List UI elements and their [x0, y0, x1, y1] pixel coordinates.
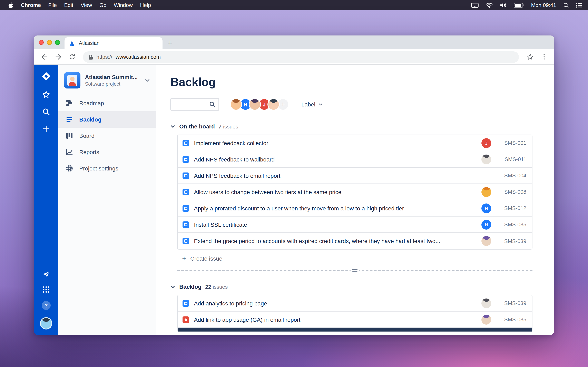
help-icon[interactable]: ?	[42, 301, 51, 310]
sidebar-item-roadmap[interactable]: Roadmap	[58, 95, 156, 111]
issue-title: Add link to app usage (GA) in email repo…	[194, 316, 300, 323]
reload-icon[interactable]	[66, 51, 78, 63]
search-field-wrap	[170, 98, 219, 111]
sidebar-item-board[interactable]: Board	[58, 128, 156, 144]
assignee-avatar[interactable]	[481, 154, 491, 164]
paper-plane-icon[interactable]	[42, 270, 50, 278]
assignee-avatars: H J +	[230, 98, 289, 110]
issue-row[interactable]: Add NPS feedback to email report SMS-004	[178, 167, 532, 184]
issue-key: SMS-008	[497, 189, 526, 195]
close-window-button[interactable]	[39, 40, 44, 45]
address-bar[interactable]: https:// www.atlassian.com	[83, 51, 519, 63]
kebab-menu-icon[interactable]	[538, 51, 550, 63]
plus-icon: +	[182, 255, 186, 262]
tab-title: Atlassian	[79, 40, 99, 46]
chevron-down-icon	[318, 102, 323, 107]
issue-key: SMS-001	[497, 140, 526, 146]
issue-title: Extend the grace period to accounts with…	[194, 238, 440, 244]
apple-icon	[8, 2, 14, 8]
create-issue-button[interactable]: + Create issue	[182, 255, 554, 262]
sidebar-item-label: Reports	[79, 149, 99, 155]
story-icon	[182, 140, 189, 146]
sprint-resize-handle[interactable]	[351, 268, 359, 273]
desktop: Chrome File Edit View Go Window Help Mon…	[0, 0, 588, 367]
issue-row[interactable]: Add NPS feedback to wallboard SMS-011	[178, 151, 532, 167]
project-header[interactable]: Atlassian Summit... Software project	[58, 72, 156, 95]
issue-row[interactable]: Install SSL certificate H SMS-035	[178, 217, 532, 233]
volume-icon[interactable]	[500, 2, 507, 8]
issue-row[interactable]: Add analytics to pricing page SMS-039	[178, 295, 532, 312]
issue-row[interactable]: Allow users to change between two tiers …	[178, 184, 532, 200]
issue-title: Apply a prorated discount to a user when…	[194, 205, 404, 211]
section-issue-unit: issues	[213, 284, 228, 290]
section-issue-count: 22	[205, 284, 211, 290]
url-scheme: https://	[96, 54, 112, 60]
board-icon	[65, 132, 73, 140]
control-center-icon[interactable]	[576, 3, 582, 8]
menubar-window[interactable]: Window	[110, 0, 137, 10]
section-title[interactable]: Backlog	[179, 284, 201, 290]
collapse-chevron-icon[interactable]	[170, 284, 176, 289]
menubar-left: Chrome File Edit View Go Window Help	[5, 0, 155, 10]
assignee-avatar[interactable]	[481, 298, 491, 308]
search-icon[interactable]	[42, 108, 50, 116]
spotlight-icon[interactable]	[563, 2, 569, 8]
menubar-help[interactable]: Help	[136, 0, 155, 10]
issue-title: Allow users to change between two tiers …	[194, 189, 341, 195]
issue-key: SMS-039	[497, 238, 526, 244]
assignee-avatar[interactable]	[481, 315, 491, 324]
forward-icon[interactable]	[52, 51, 64, 63]
assignee-avatar[interactable]: H	[481, 203, 491, 213]
sidebar-item-project-settings[interactable]: Project settings	[58, 160, 156, 176]
browser-tab[interactable]: Atlassian	[65, 37, 163, 49]
battery-icon[interactable]	[513, 3, 524, 8]
profile-avatar[interactable]	[40, 317, 52, 329]
issue-row[interactable]: Apply a prorated discount to a user when…	[178, 200, 532, 217]
jira-logo-icon[interactable]	[41, 71, 52, 82]
sidebar-item-label: Project settings	[79, 165, 118, 172]
section-header-board: On the board 7 issues	[170, 123, 554, 130]
page-title: Backlog	[170, 75, 554, 89]
issue-key: SMS-011	[497, 156, 526, 162]
sidebar-item-reports[interactable]: Reports	[58, 144, 156, 160]
collapse-chevron-icon[interactable]	[170, 124, 176, 129]
back-icon[interactable]	[38, 51, 50, 63]
zoom-window-button[interactable]	[55, 40, 60, 45]
user-avatar[interactable]	[230, 98, 242, 110]
menubar-status: Mon 09:41	[471, 2, 582, 8]
menubar-clock[interactable]: Mon 09:41	[531, 2, 556, 8]
issue-row[interactable]: Extend the grace period to accounts with…	[178, 233, 532, 249]
issue-row[interactable]: Implement feedback collector J SMS-001	[178, 135, 532, 151]
sidebar-item-backlog[interactable]: Backlog	[58, 111, 156, 128]
roadmap-icon	[65, 99, 73, 107]
app-switcher-icon[interactable]	[42, 285, 50, 294]
menubar-go[interactable]: Go	[96, 0, 110, 10]
story-icon	[182, 172, 189, 179]
assignee-avatar[interactable]: H	[481, 220, 491, 229]
user-avatar[interactable]	[249, 98, 261, 110]
global-sidebar-bottom: ?	[40, 270, 52, 329]
user-avatar[interactable]	[268, 98, 280, 110]
issue-row[interactable]: Add link to app usage (GA) in email repo…	[178, 312, 532, 328]
star-icon[interactable]	[42, 91, 50, 99]
new-tab-button[interactable]: +	[163, 37, 177, 49]
project-meta: Atlassian Summit... Software project	[85, 74, 138, 87]
menubar-file[interactable]: File	[44, 0, 61, 10]
section-title[interactable]: On the board	[179, 123, 215, 130]
screen-mirroring-icon[interactable]	[471, 3, 478, 8]
menubar-edit[interactable]: Edit	[61, 0, 77, 10]
menubar-app-name[interactable]: Chrome	[17, 0, 44, 10]
create-icon[interactable]	[42, 125, 50, 133]
wifi-icon[interactable]	[485, 2, 493, 8]
bookmark-star-icon[interactable]	[524, 51, 536, 63]
chevron-down-icon[interactable]	[145, 77, 150, 83]
assignee-avatar[interactable]	[481, 236, 491, 246]
menubar-view[interactable]: View	[77, 0, 96, 10]
label-filter-dropdown[interactable]: Label	[301, 101, 323, 108]
assignee-avatar[interactable]	[481, 187, 491, 197]
assignee-avatar[interactable]: J	[481, 138, 491, 148]
apple-menu[interactable]	[5, 2, 17, 8]
minimize-window-button[interactable]	[47, 40, 52, 45]
create-issue-label: Create issue	[190, 255, 222, 262]
sidebar-item-label: Backlog	[79, 116, 102, 123]
